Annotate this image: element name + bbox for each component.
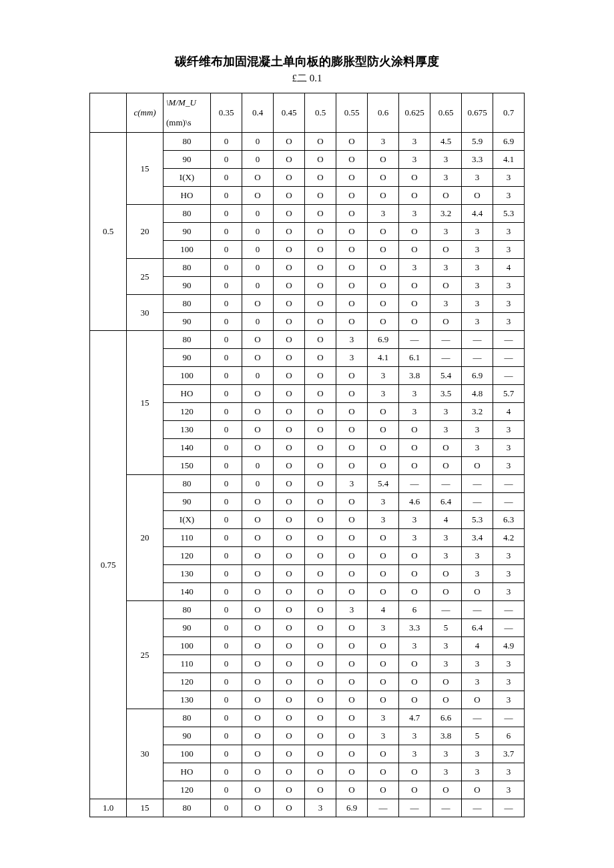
header-ratio: 0.45 bbox=[274, 93, 305, 133]
cell: 3 bbox=[493, 277, 525, 295]
cell: 3 bbox=[430, 403, 462, 421]
cell: O bbox=[305, 691, 336, 709]
cell: 0 bbox=[211, 781, 242, 799]
cell: 5.4 bbox=[430, 367, 462, 385]
group-c: 30 bbox=[127, 709, 164, 799]
cell: O bbox=[305, 241, 336, 259]
cell: O bbox=[368, 745, 399, 763]
cell: O bbox=[399, 169, 430, 187]
cell: O bbox=[274, 223, 305, 241]
row-h: HO bbox=[164, 385, 211, 403]
cell: 3 bbox=[305, 799, 336, 817]
group-c: 20 bbox=[127, 475, 164, 601]
cell: 3 bbox=[493, 673, 525, 691]
cell: 0 bbox=[211, 457, 242, 475]
cell: 3 bbox=[430, 547, 462, 565]
cell: 0 bbox=[242, 367, 274, 385]
cell: O bbox=[368, 457, 399, 475]
cell: O bbox=[242, 529, 274, 547]
cell: 6.9 bbox=[462, 367, 493, 385]
header-c: c(mm) bbox=[127, 93, 164, 133]
row-h: 100 bbox=[164, 241, 211, 259]
cell: O bbox=[274, 349, 305, 367]
row-h: 90 bbox=[164, 727, 211, 745]
cell: 3 bbox=[493, 187, 525, 205]
table-row: 208000OO35.4———— bbox=[90, 475, 525, 493]
row-h: 80 bbox=[164, 259, 211, 277]
cell: 3 bbox=[399, 385, 430, 403]
cell: O bbox=[368, 637, 399, 655]
cell: — bbox=[462, 475, 493, 493]
cell: O bbox=[242, 547, 274, 565]
cell: O bbox=[336, 637, 368, 655]
cell: O bbox=[305, 727, 336, 745]
cell: 3 bbox=[430, 169, 462, 187]
cell: 3 bbox=[368, 205, 399, 223]
group-c: 25 bbox=[127, 259, 164, 295]
cell: 4.7 bbox=[399, 709, 430, 727]
cell: O bbox=[274, 655, 305, 673]
cell: 3 bbox=[462, 223, 493, 241]
row-h: 130 bbox=[164, 565, 211, 583]
cell: O bbox=[430, 565, 462, 583]
cell: O bbox=[242, 655, 274, 673]
cell: O bbox=[242, 511, 274, 529]
row-h: 80 bbox=[164, 601, 211, 619]
cell: O bbox=[242, 403, 274, 421]
cell: O bbox=[274, 529, 305, 547]
cell: 4.8 bbox=[462, 385, 493, 403]
cell: 0 bbox=[211, 475, 242, 493]
cell: — bbox=[493, 349, 525, 367]
cell: O bbox=[274, 133, 305, 151]
header-ratio: 0.5 bbox=[305, 93, 336, 133]
cell: O bbox=[462, 781, 493, 799]
cell: 0 bbox=[211, 691, 242, 709]
cell: 4 bbox=[493, 403, 525, 421]
cell: 0 bbox=[242, 313, 274, 331]
cell: O bbox=[305, 169, 336, 187]
cell: O bbox=[430, 439, 462, 457]
cell: O bbox=[274, 457, 305, 475]
cell: 3 bbox=[430, 295, 462, 313]
row-h: I(X) bbox=[164, 169, 211, 187]
cell: — bbox=[430, 349, 462, 367]
cell: 3 bbox=[399, 151, 430, 169]
cell: 3 bbox=[462, 745, 493, 763]
cell: O bbox=[242, 691, 274, 709]
cell: O bbox=[274, 313, 305, 331]
group-c: 15 bbox=[127, 331, 164, 475]
cell: 0 bbox=[211, 133, 242, 151]
cell: O bbox=[336, 529, 368, 547]
header-ratio: 0.55 bbox=[336, 93, 368, 133]
cell: 6.6 bbox=[430, 709, 462, 727]
cell: O bbox=[336, 673, 368, 691]
cell: O bbox=[462, 691, 493, 709]
cell: O bbox=[274, 673, 305, 691]
cell: O bbox=[242, 187, 274, 205]
cell: 6.1 bbox=[399, 349, 430, 367]
header-ratio: 0.6 bbox=[368, 93, 399, 133]
row-h: 140 bbox=[164, 583, 211, 601]
cell: O bbox=[336, 493, 368, 511]
cell: 6 bbox=[399, 601, 430, 619]
cell: O bbox=[430, 673, 462, 691]
cell: 0 bbox=[211, 727, 242, 745]
cell: 6 bbox=[493, 727, 525, 745]
cell: O bbox=[274, 385, 305, 403]
header-ratio: 0.4 bbox=[242, 93, 274, 133]
cell: O bbox=[305, 781, 336, 799]
cell: 0 bbox=[211, 241, 242, 259]
cell: O bbox=[305, 529, 336, 547]
cell: 0 bbox=[211, 385, 242, 403]
cell: 5.3 bbox=[493, 205, 525, 223]
cell: O bbox=[336, 385, 368, 403]
cell: O bbox=[242, 385, 274, 403]
row-h: 80 bbox=[164, 205, 211, 223]
cell: O bbox=[274, 565, 305, 583]
cell: 0 bbox=[242, 151, 274, 169]
cell: 3 bbox=[430, 745, 462, 763]
row-h: 120 bbox=[164, 547, 211, 565]
cell: O bbox=[368, 781, 399, 799]
cell: 0 bbox=[211, 205, 242, 223]
row-h: 100 bbox=[164, 745, 211, 763]
